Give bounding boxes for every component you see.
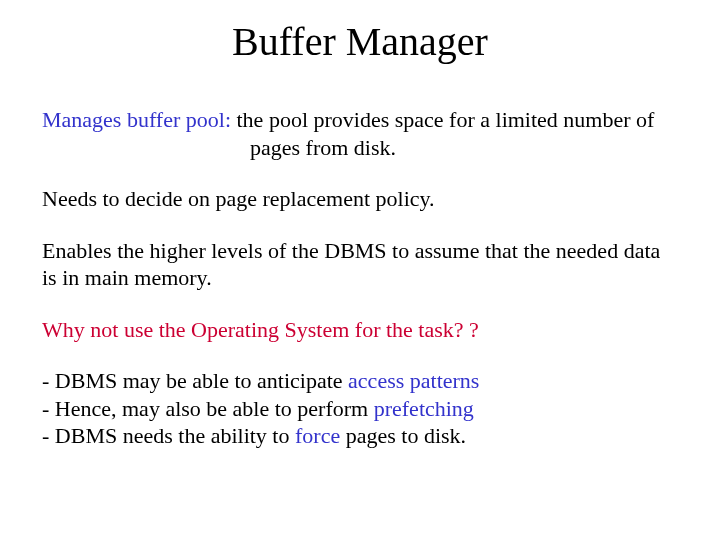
bullet-text: - DBMS needs the ability to [42,423,295,448]
bullet-text: - DBMS may be able to anticipate [42,368,348,393]
paragraph-why-not-os: Why not use the Operating System for the… [42,316,678,344]
bullet-force-pages: - DBMS needs the ability to force pages … [42,422,678,450]
buffer-pool-rest: the pool provides space for a limited nu… [231,107,654,160]
slide: Buffer Manager Manages buffer pool: the … [0,0,720,540]
bullet-prefetching: - Hence, may also be able to perform pre… [42,395,678,423]
bullet-text: - Hence, may also be able to perform [42,396,374,421]
slide-body: Manages buffer pool: the pool provides s… [42,106,678,450]
paragraph-main-memory: Enables the higher levels of the DBMS to… [42,237,678,292]
bullet-access-patterns: - DBMS may be able to anticipate access … [42,367,678,395]
paragraph-buffer-pool: Manages buffer pool: the pool provides s… [42,106,678,161]
paragraph-replacement-policy: Needs to decide on page replacement poli… [42,185,678,213]
bullet-text-tail: pages to disk. [340,423,466,448]
bullet-list: - DBMS may be able to anticipate access … [42,367,678,450]
bullet-keyword: access patterns [348,368,479,393]
slide-title: Buffer Manager [0,18,720,65]
bullet-keyword: prefetching [374,396,474,421]
bullet-keyword: force [295,423,340,448]
buffer-pool-lead: Manages buffer pool: [42,107,231,132]
